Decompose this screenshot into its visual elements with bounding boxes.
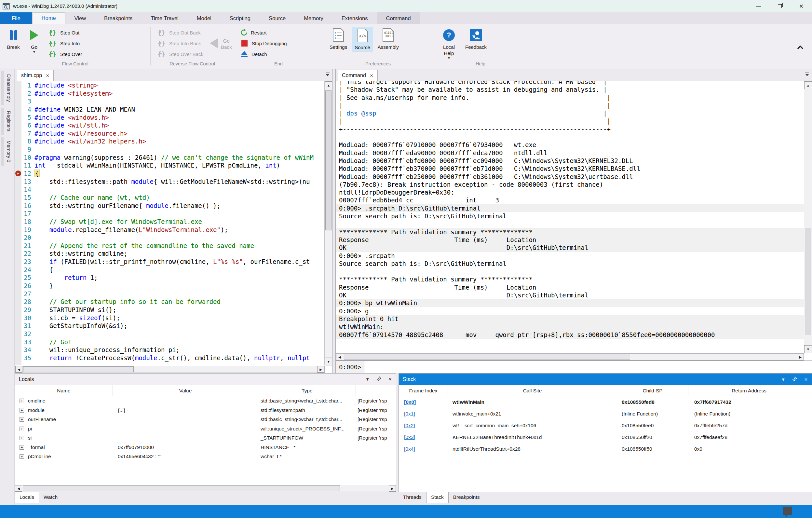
feedback-button[interactable]: Feedback bbox=[463, 27, 489, 51]
gutter-cell[interactable] bbox=[15, 338, 22, 346]
menu-tab-time-travel[interactable]: Time Travel bbox=[142, 12, 188, 24]
frame-index-link[interactable]: [0x2] bbox=[404, 423, 415, 428]
gutter-cell[interactable] bbox=[15, 258, 22, 266]
code-editor[interactable]: 1#include <string>2#include <filesystem>… bbox=[15, 81, 332, 365]
step-into-button[interactable]: {}↓ Step Into bbox=[46, 38, 84, 49]
menu-tab-command[interactable]: Command bbox=[377, 12, 420, 24]
gutter-cell[interactable] bbox=[15, 242, 22, 250]
go-back-button[interactable]: Go Back bbox=[207, 27, 231, 60]
column-header-return-address[interactable]: Return Address bbox=[688, 385, 810, 396]
gutter-cell[interactable] bbox=[15, 81, 22, 89]
menu-tab-file[interactable]: File bbox=[0, 12, 32, 24]
scroll-left-icon[interactable]: ◀ bbox=[15, 485, 22, 492]
scroll-left-icon[interactable]: ◀ bbox=[15, 366, 23, 373]
stack-frame-row[interactable]: [0x2]wt!__scrt_common_main_seh+0x1060x10… bbox=[399, 420, 812, 431]
gutter-cell[interactable] bbox=[15, 153, 22, 162]
locals-row[interactable]: +module{...}std::filesystem::path[Regist… bbox=[15, 406, 396, 415]
tab-options-icon[interactable] bbox=[805, 73, 809, 76]
stack-frame-row[interactable]: [0x3]KERNEL32!BaseThreadInitThunk+0x1d0x… bbox=[399, 431, 812, 443]
sidebar-tab-disassembly[interactable]: Disassembly bbox=[1, 71, 14, 105]
breakpoint-current-line-icon[interactable]: ▶ bbox=[15, 171, 21, 176]
command-horizontal-scrollbar[interactable]: ◀ ▶ bbox=[336, 353, 804, 361]
local-help-button[interactable]: ? Local Help ▼ bbox=[437, 27, 461, 60]
gutter-cell[interactable] bbox=[15, 314, 22, 322]
expand-icon[interactable]: + bbox=[20, 454, 24, 459]
break-button[interactable]: Break bbox=[4, 27, 23, 51]
gutter-cell[interactable] bbox=[15, 106, 22, 114]
frame-index-link[interactable]: [0x4] bbox=[404, 446, 415, 452]
menu-tab-scripting[interactable]: Scripting bbox=[221, 12, 260, 24]
sidebar-tab-memory-0[interactable]: Memory 0 bbox=[1, 137, 14, 166]
chevron-down-icon[interactable]: ▼ bbox=[365, 377, 370, 382]
feedback-bubble-icon[interactable] bbox=[783, 507, 792, 515]
scrollbar-thumb[interactable] bbox=[805, 228, 811, 335]
tab-breakpoints[interactable]: Breakpoints bbox=[448, 492, 485, 503]
detach-button[interactable]: Detach bbox=[238, 49, 289, 59]
stack-frame-row[interactable]: [0x4]ntdll!RtlUserThreadStart+0x280x1085… bbox=[399, 443, 812, 455]
menu-tab-source[interactable]: Source bbox=[260, 12, 295, 24]
expand-icon[interactable]: + bbox=[20, 399, 24, 403]
menu-tab-view[interactable]: View bbox=[65, 12, 95, 24]
column-header-name[interactable]: Name bbox=[15, 385, 113, 396]
gutter-cell[interactable] bbox=[15, 274, 22, 282]
column-header-frame-index[interactable]: Frame Index bbox=[399, 385, 448, 396]
command-output[interactable]: | This target supports Hardware-enforced… bbox=[336, 81, 812, 353]
go-button[interactable]: Go ▼ bbox=[25, 27, 44, 54]
scrollbar-thumb[interactable] bbox=[23, 486, 340, 491]
step-out-back-button[interactable]: {}↑ Step Out Back bbox=[154, 27, 205, 38]
source-horizontal-scrollbar[interactable]: ◀ ▶ bbox=[15, 366, 325, 373]
command-link[interactable]: dps @ssp bbox=[346, 110, 376, 117]
gutter-cell[interactable] bbox=[15, 185, 22, 194]
locals-row[interactable]: +piwil::unique_struct<_PROCESS_INF...[Re… bbox=[15, 424, 396, 434]
gutter-cell[interactable] bbox=[15, 298, 22, 306]
column-header-extra[interactable] bbox=[356, 385, 396, 396]
locals-row[interactable]: +si_STARTUPINFOW[Register 'rsp bbox=[15, 433, 396, 443]
locals-horizontal-scrollbar[interactable]: ◀ ▶ bbox=[14, 485, 396, 492]
sidebar-tab-registers[interactable]: Registers bbox=[1, 108, 14, 135]
assembly-button[interactable]: 0110I I0I0I Assembly bbox=[375, 27, 401, 51]
command-vertical-scrollbar[interactable]: ▲ ▼ bbox=[804, 81, 812, 353]
scrollbar-thumb[interactable] bbox=[325, 90, 331, 230]
scroll-down-icon[interactable]: ▼ bbox=[804, 345, 812, 353]
scroll-right-icon[interactable]: ▶ bbox=[797, 354, 804, 360]
close-icon[interactable]: ✕ bbox=[804, 377, 808, 382]
tab-stack[interactable]: Stack bbox=[426, 492, 448, 503]
expand-icon[interactable]: + bbox=[20, 427, 24, 431]
expand-icon[interactable]: + bbox=[20, 436, 24, 440]
restore-button[interactable] bbox=[769, 0, 790, 12]
menu-tab-extensions[interactable]: Extensions bbox=[332, 12, 377, 24]
gutter-cell[interactable] bbox=[15, 346, 22, 354]
gutter-cell[interactable] bbox=[15, 97, 22, 106]
tab-locals[interactable]: Locals bbox=[14, 492, 39, 503]
locals-row[interactable]: +pCmdLine0x1465e604c32 : ""wchar_t * bbox=[15, 452, 396, 461]
gutter-cell[interactable] bbox=[15, 234, 22, 242]
minimize-button[interactable] bbox=[748, 0, 769, 12]
scroll-left-icon[interactable]: ◀ bbox=[336, 354, 343, 360]
tab-close-icon[interactable]: ✕ bbox=[46, 73, 50, 78]
gutter-cell[interactable] bbox=[15, 266, 22, 274]
gutter-cell[interactable]: ▶ bbox=[15, 170, 22, 178]
frame-index-link[interactable]: [0x3] bbox=[404, 434, 415, 440]
column-header-type[interactable]: Type bbox=[258, 385, 356, 396]
locals-row[interactable]: +ourFilenamestd::basic_string<wchar_t,st… bbox=[15, 415, 396, 424]
pin-icon[interactable] bbox=[792, 376, 797, 382]
gutter-cell[interactable] bbox=[15, 114, 22, 122]
stack-frame-row[interactable]: [0x1]wt!invoke_main+0x21(Inline Function… bbox=[399, 408, 812, 420]
expand-icon[interactable]: + bbox=[20, 445, 24, 450]
frame-index-link[interactable]: [0x1] bbox=[404, 411, 415, 416]
column-header-call-site[interactable]: Call Site bbox=[448, 385, 617, 396]
step-out-button[interactable]: {}↑ Step Out bbox=[46, 27, 84, 38]
gutter-cell[interactable] bbox=[15, 89, 22, 97]
gutter-cell[interactable] bbox=[15, 194, 22, 202]
menu-tab-model[interactable]: Model bbox=[188, 12, 221, 24]
scroll-up-icon[interactable]: ▲ bbox=[804, 81, 812, 89]
tab-options-icon[interactable] bbox=[326, 73, 329, 76]
step-into-back-button[interactable]: {}↓ Step Into Back bbox=[154, 38, 205, 49]
collapse-ribbon-button[interactable] bbox=[797, 45, 804, 51]
expand-icon[interactable]: + bbox=[20, 417, 24, 422]
gutter-cell[interactable] bbox=[15, 226, 22, 234]
tab-shim-cpp[interactable]: shim.cpp ✕ bbox=[17, 70, 54, 81]
chevron-down-icon[interactable]: ▼ bbox=[781, 377, 785, 382]
step-over-button[interactable]: {}→ Step Over bbox=[46, 49, 84, 59]
scroll-right-icon[interactable]: ▶ bbox=[317, 366, 324, 373]
